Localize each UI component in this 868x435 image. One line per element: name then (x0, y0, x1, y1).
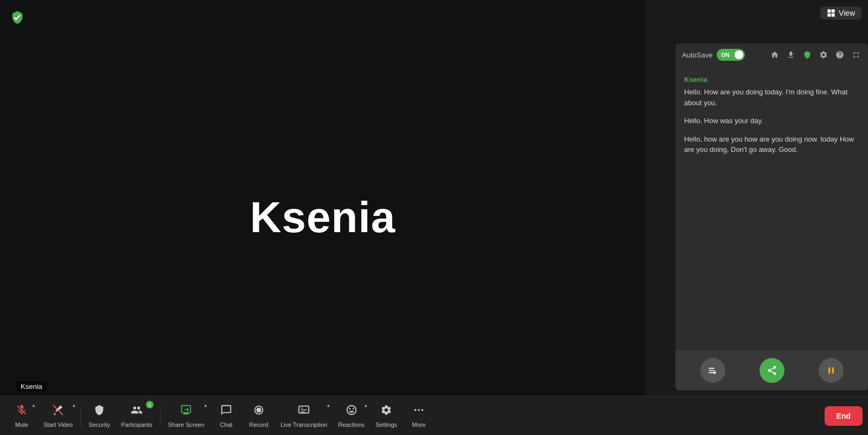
video-chevron[interactable]: ▲ (72, 403, 76, 408)
chat-sender: Ksenia (684, 75, 859, 84)
expand-icon[interactable] (851, 49, 861, 60)
participants-icon (131, 404, 143, 419)
more-label: More (412, 421, 426, 428)
security-button[interactable]: Security (83, 396, 116, 435)
panel-footer (675, 350, 868, 391)
autosave-label: AutoSave (682, 51, 712, 59)
notes-button[interactable] (700, 358, 725, 383)
view-label: View (839, 9, 855, 17)
share-screen-icon (180, 404, 192, 419)
security-icon (93, 404, 105, 419)
participant-name-label: Ksenia (16, 381, 47, 392)
participants-badge: 1 (146, 401, 154, 408)
chat-message-1: Hello. How are you doing today. I'm doin… (684, 87, 859, 108)
chat-message-2: Hello. How was your day. (684, 116, 859, 126)
separator-1 (80, 405, 81, 427)
svg-point-10 (422, 409, 424, 411)
record-button[interactable]: Record (242, 396, 275, 435)
toggle-circle (735, 50, 743, 59)
svg-rect-2 (827, 14, 831, 17)
live-transcription-button[interactable]: ▲ Live Transcription (275, 396, 333, 435)
help-icon[interactable] (834, 49, 845, 60)
autosave-toggle[interactable]: ON (717, 49, 745, 61)
toolbar: ▲ Mute ▲ Start Video Security 1 (0, 396, 868, 435)
chat-button[interactable]: Chat (210, 396, 242, 435)
transcription-chevron[interactable]: ▲ (326, 403, 330, 408)
svg-point-6 (256, 407, 261, 412)
participant-display-name: Ksenia (250, 193, 395, 242)
share-screen-label: Share Screen (168, 421, 205, 428)
chat-icon (220, 404, 232, 419)
home-icon[interactable] (769, 49, 780, 60)
more-button[interactable]: More (403, 396, 435, 435)
reactions-chevron[interactable]: ▲ (363, 403, 368, 408)
chat-message-3: Hello, how are you how are you doing now… (684, 134, 859, 155)
settings-gear-icon (380, 404, 392, 419)
transcription-icon (298, 404, 310, 419)
reactions-label: Reactions (338, 421, 365, 428)
settings-button[interactable]: Settings (370, 396, 403, 435)
record-label: Record (249, 421, 268, 428)
mute-label: Mute (15, 421, 28, 428)
svg-rect-1 (832, 9, 835, 12)
more-icon (413, 404, 425, 419)
video-icon (52, 404, 64, 419)
settings-icon[interactable] (818, 49, 829, 60)
side-panel: AutoSave ON (675, 43, 868, 391)
panel-icons (769, 49, 861, 60)
mute-button[interactable]: ▲ Mute (5, 396, 38, 435)
reactions-button[interactable]: ▲ Reactions (333, 396, 370, 435)
start-video-button[interactable]: ▲ Start Video (38, 396, 78, 435)
toggle-on-text: ON (721, 52, 729, 58)
pause-button[interactable] (819, 358, 844, 383)
svg-point-8 (414, 409, 417, 411)
record-icon (253, 404, 265, 419)
participants-label: Participants (121, 421, 152, 428)
mute-chevron[interactable]: ▲ (31, 403, 36, 408)
security-label: Security (88, 421, 110, 428)
participants-button[interactable]: 1 Participants (116, 396, 157, 435)
security-badge-icon (9, 9, 26, 26)
reactions-icon (346, 404, 358, 419)
chat-label: Chat (220, 421, 232, 428)
panel-body: Ksenia Hello. How are you doing today. I… (675, 67, 868, 350)
svg-point-9 (418, 409, 420, 411)
shield-icon[interactable] (802, 49, 813, 60)
share-screen-button[interactable]: ▲ Share Screen (163, 396, 210, 435)
start-video-label: Start Video (43, 421, 73, 428)
svg-rect-0 (827, 9, 831, 12)
mute-icon (16, 404, 28, 419)
view-button[interactable]: View (820, 7, 861, 20)
upload-icon[interactable] (786, 49, 796, 60)
panel-header: AutoSave ON (675, 43, 868, 67)
end-button[interactable]: End (825, 406, 863, 426)
separator-2 (160, 405, 161, 427)
share-button[interactable] (760, 358, 784, 383)
settings-label: Settings (375, 421, 397, 428)
svg-rect-3 (832, 14, 835, 17)
main-video-area: Ksenia Ksenia (0, 0, 646, 435)
transcription-label: Live Transcription (280, 421, 327, 428)
share-chevron[interactable]: ▲ (203, 403, 208, 408)
